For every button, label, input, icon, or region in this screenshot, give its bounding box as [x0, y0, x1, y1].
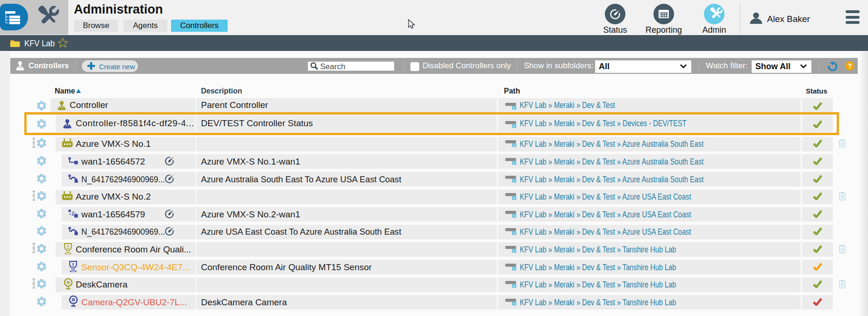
svg-text:Z: Z [72, 211, 74, 216]
svg-text:z: z [69, 211, 71, 215]
